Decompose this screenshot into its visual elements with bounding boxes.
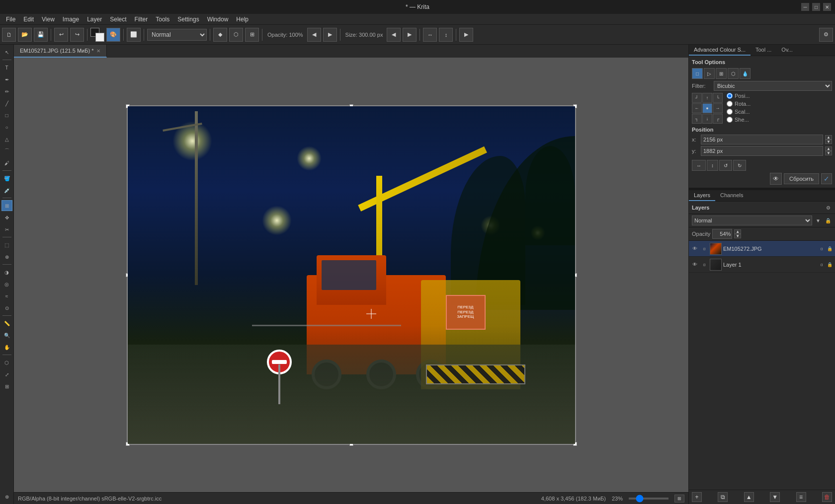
dir-btn-tc[interactable]: ↑ (702, 93, 712, 103)
layers-blend-settings[interactable]: ▼ (814, 216, 822, 224)
menu-help[interactable]: Help (232, 15, 252, 24)
flip-v-button[interactable]: ↕ (439, 28, 453, 42)
tool-warp[interactable]: ⤢ (1, 369, 12, 380)
scale-radio[interactable] (727, 109, 733, 115)
tool-bezier[interactable]: ⌒ (1, 145, 12, 156)
menu-tools[interactable]: Tools (152, 15, 173, 24)
tool-measure[interactable]: 📏 (1, 318, 12, 329)
layer-item-2[interactable]: 👁 α Layer 1 α 🔒 (689, 257, 835, 273)
opacity-down-btn[interactable]: ▼ (734, 234, 741, 238)
tab-tool-options[interactable]: Tool ... (751, 45, 776, 56)
move-layer-up-btn[interactable]: ▲ (744, 492, 754, 502)
dir-btn-tr[interactable]: └ (713, 93, 723, 103)
position-radio[interactable] (727, 93, 733, 99)
canvas-tab[interactable]: EM105271.JPG (121.5 МиБ) * ✕ (14, 45, 107, 58)
menu-settings[interactable]: Settings (173, 15, 203, 24)
zoom-fit-button[interactable]: ⊞ (674, 495, 684, 503)
menu-select[interactable]: Select (106, 15, 130, 24)
tool-extra[interactable]: ⊕ (1, 491, 12, 502)
move-layer-down-btn[interactable]: ▼ (770, 492, 780, 502)
y-down-btn[interactable]: ▼ (825, 151, 832, 155)
minimize-button[interactable]: ─ (801, 3, 809, 11)
tool-move[interactable]: ✥ (1, 212, 12, 223)
tool-3d[interactable]: ⬡ (1, 357, 12, 368)
zoom-slider[interactable] (629, 498, 668, 500)
tool-clone[interactable]: ⊙ (1, 302, 12, 313)
opacity-up-btn[interactable]: ▲ (734, 229, 741, 234)
canvas-viewport[interactable]: ПЕРЕЗДПЕРЕЗДЗАПРЕЩ (14, 58, 688, 492)
close-tab-icon[interactable]: ✕ (96, 48, 100, 54)
dir-btn-mr[interactable]: → (713, 103, 723, 113)
confirm-btn[interactable]: ✓ (821, 173, 832, 184)
tool-transform[interactable]: ⊞ (1, 200, 12, 211)
add-layer-btn[interactable]: + (692, 492, 702, 502)
tool-add-layer[interactable]: ⊕ (1, 251, 12, 262)
fg-bg-colors[interactable] (90, 28, 104, 42)
x-down-btn[interactable]: ▼ (825, 140, 832, 144)
y-up-btn[interactable]: ▲ (825, 146, 832, 151)
tool-crop[interactable]: ✂ (1, 224, 12, 235)
dir-btn-ml[interactable]: ← (692, 103, 702, 113)
tool-fill[interactable]: 🪣 (1, 173, 12, 184)
rotate-ccw-btn[interactable]: ↺ (719, 160, 732, 171)
duplicate-layer-btn[interactable]: ⧉ (718, 492, 728, 502)
tool-pan[interactable]: ✋ (1, 342, 12, 353)
layers-settings-btn[interactable]: ⚙ (824, 204, 832, 212)
tool-calligraphy[interactable]: ✒ (1, 74, 12, 85)
dir-btn-bl[interactable]: ┐ (692, 114, 702, 124)
layer-alpha-2[interactable]: α (700, 261, 708, 269)
gradient-button[interactable]: ⬜ (127, 28, 141, 42)
transform-warp-btn[interactable]: ⊞ (716, 68, 727, 79)
maximize-button[interactable]: □ (812, 3, 820, 11)
pattern-button[interactable]: ⊞ (245, 28, 259, 42)
x-up-btn[interactable]: ▲ (825, 135, 832, 140)
tool-zoom[interactable]: 🔍 (1, 330, 12, 341)
layer-action-lock-2[interactable]: 🔒 (826, 261, 833, 268)
rotate-cw-btn[interactable]: ↻ (733, 160, 746, 171)
menu-layer[interactable]: Layer (83, 15, 106, 24)
tool-brush[interactable]: 🖌 (1, 157, 12, 168)
open-file-button[interactable]: 📂 (18, 28, 32, 42)
opacity-down-button[interactable]: ◀ (307, 28, 321, 42)
undo-button[interactable]: ↩ (54, 28, 68, 42)
transform-liquify-btn[interactable]: 💧 (740, 68, 751, 79)
x-position-input[interactable] (701, 135, 823, 144)
filter-select[interactable]: Bicubic Bilinear Nearest (714, 81, 832, 91)
layer-visibility-1[interactable]: 👁 (691, 245, 699, 253)
layers-blend-select[interactable]: Normal Multiply Screen Overlay (692, 216, 812, 225)
menu-file[interactable]: File (2, 15, 19, 24)
dir-btn-tl[interactable]: ┘ (692, 93, 702, 103)
layer-action-alpha-2[interactable]: α (818, 261, 825, 268)
y-position-input[interactable] (701, 146, 823, 156)
stroke-button[interactable]: ⬡ (229, 28, 243, 42)
preview-btn[interactable]: 👁 (770, 173, 782, 185)
tool-line[interactable]: ╱ (1, 98, 12, 109)
layers-menu-btn[interactable]: ≡ (796, 492, 806, 502)
tool-dodge[interactable]: ◑ (1, 267, 12, 278)
settings-button[interactable]: ⚙ (819, 28, 833, 42)
close-button[interactable]: ✕ (823, 3, 831, 11)
opacity-input[interactable] (712, 229, 732, 239)
redo-button[interactable]: ↪ (70, 28, 84, 42)
tool-blur[interactable]: ◎ (1, 279, 12, 289)
dir-btn-br[interactable]: ┌ (713, 114, 723, 124)
shear-radio[interactable] (727, 117, 733, 123)
transform-perspective-btn[interactable]: ▷ (704, 68, 715, 79)
layer-alpha-1[interactable]: α (700, 245, 708, 253)
tool-rect[interactable]: □ (1, 110, 12, 121)
transform-cage-btn[interactable]: ⬡ (728, 68, 739, 79)
dir-btn-bc[interactable]: ↓ (702, 114, 712, 124)
blend-mode-select[interactable]: Normal (147, 29, 207, 41)
tool-eyedropper[interactable]: 💉 (1, 185, 12, 196)
menu-filter[interactable]: Filter (131, 15, 152, 24)
fill-button[interactable]: ◆ (213, 28, 227, 42)
layer-action-alpha-1[interactable]: α (818, 245, 825, 252)
flip-v-btn[interactable]: ↕ (707, 160, 718, 171)
layer-visibility-2[interactable]: 👁 (691, 261, 699, 269)
layer-item-1[interactable]: 👁 α EM105272.JPG α 🔒 (689, 241, 835, 257)
tool-ellipse[interactable]: ○ (1, 122, 12, 133)
menu-window[interactable]: Window (203, 15, 233, 24)
menu-image[interactable]: Image (59, 15, 83, 24)
flip-h-button[interactable]: ↔ (423, 28, 437, 42)
tool-select[interactable]: ↖ (1, 47, 12, 58)
